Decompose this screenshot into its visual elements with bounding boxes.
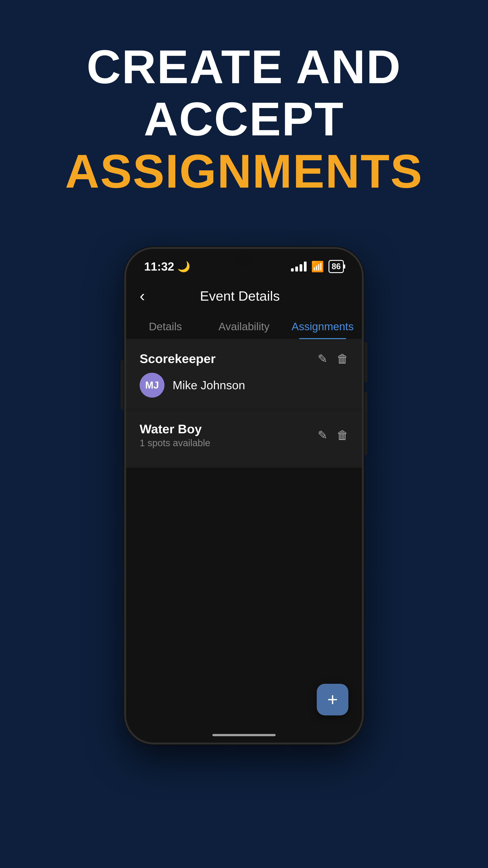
edit-scorekeeper-button[interactable]: ✎: [318, 352, 328, 366]
phone-screen: 11:32 🌙 📶 86: [126, 249, 362, 743]
side-button-left: [121, 360, 124, 410]
signal-bar-2: [295, 267, 298, 272]
time-display: 11:32: [144, 260, 174, 273]
app-bar: ‹ Event Details: [126, 278, 362, 314]
edit-waterboy-button[interactable]: ✎: [318, 428, 328, 442]
waterboy-title-group: Water Boy 1 spots available: [140, 422, 210, 448]
home-indicator: [213, 734, 275, 736]
hero-line1: CREATE AND ACCEPT: [0, 41, 488, 145]
card-divider-1: [126, 409, 362, 410]
mike-initials: MJ: [145, 379, 159, 391]
tab-availability[interactable]: Availability: [205, 314, 283, 339]
back-button[interactable]: ‹: [140, 285, 149, 307]
moon-icon: 🌙: [177, 260, 190, 273]
signal-bar-3: [300, 264, 302, 272]
delete-scorekeeper-button[interactable]: 🗑: [337, 352, 348, 366]
tab-assignments[interactable]: Assignments: [283, 314, 362, 339]
status-time-group: 11:32 🌙: [144, 260, 190, 273]
hero-section: CREATE AND ACCEPT ASSIGNMENTS: [0, 41, 488, 197]
tab-details[interactable]: Details: [126, 314, 205, 339]
fab-button[interactable]: +: [317, 684, 348, 715]
side-button-right-bottom: [364, 392, 367, 455]
waterboy-header: Water Boy 1 spots available ✎ 🗑: [140, 422, 348, 448]
assignment-card-scorekeeper: Scorekeeper ✎ 🗑 MJ Mike Johnson: [126, 340, 362, 409]
signal-bar-1: [291, 268, 294, 272]
side-button-right-top: [364, 342, 367, 383]
app-title: Event Details: [149, 288, 330, 304]
waterboy-actions: ✎ 🗑: [318, 428, 348, 442]
battery-indicator: 86: [328, 260, 344, 273]
mike-name: Mike Johnson: [173, 378, 245, 392]
status-icons: 📶 86: [291, 260, 344, 273]
tab-bar: Details Availability Assignments: [126, 314, 362, 340]
hero-line2: ASSIGNMENTS: [0, 145, 488, 197]
scorekeeper-actions: ✎ 🗑: [318, 352, 348, 366]
content-area: Scorekeeper ✎ 🗑 MJ Mike Johnson: [126, 340, 362, 743]
scorekeeper-header: Scorekeeper ✎ 🗑: [140, 351, 348, 366]
battery-level: 86: [332, 262, 341, 271]
scorekeeper-title-group: Scorekeeper: [140, 351, 216, 366]
phone-wrapper: 11:32 🌙 📶 86: [124, 247, 364, 744]
card-divider-2: [126, 467, 362, 467]
assignment-card-waterboy: Water Boy 1 spots available ✎ 🗑: [126, 410, 362, 467]
wifi-icon: 📶: [311, 260, 324, 273]
signal-bar-4: [304, 261, 306, 272]
waterboy-subtitle: 1 spots available: [140, 438, 210, 448]
status-bar: 11:32 🌙 📶 86: [126, 249, 362, 278]
scorekeeper-title: Scorekeeper: [140, 351, 216, 366]
person-row-mike: MJ Mike Johnson: [140, 373, 348, 398]
delete-waterboy-button[interactable]: 🗑: [337, 428, 348, 442]
phone-shell: 11:32 🌙 📶 86: [124, 247, 364, 744]
fab-icon: +: [327, 689, 338, 710]
mike-avatar: MJ: [140, 373, 164, 398]
waterboy-title: Water Boy: [140, 422, 210, 436]
signal-icon: [291, 261, 306, 272]
